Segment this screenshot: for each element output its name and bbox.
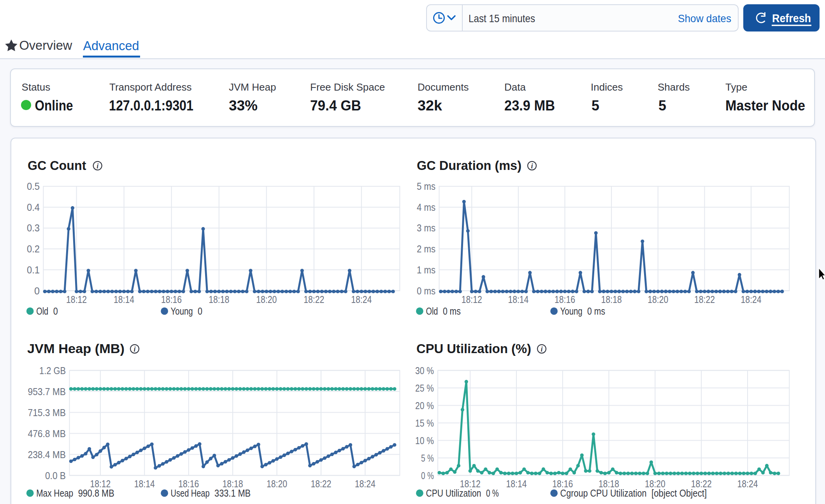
svg-text:GC Count: GC Count <box>28 158 86 173</box>
svg-text:715.3 MB: 715.3 MB <box>28 407 66 418</box>
svg-text:JVM Heap: JVM Heap <box>229 81 276 93</box>
svg-text:0: 0 <box>198 305 202 317</box>
svg-text:3 ms: 3 ms <box>417 222 435 234</box>
svg-text:333.1 MB: 333.1 MB <box>214 487 251 499</box>
svg-text:18:16: 18:16 <box>161 294 182 305</box>
svg-text:Young: Young <box>560 305 583 317</box>
svg-text:0.5: 0.5 <box>27 180 40 192</box>
svg-text:0 %: 0 % <box>486 487 499 499</box>
svg-text:476.8 MB: 476.8 MB <box>28 428 66 439</box>
svg-text:Shards: Shards <box>658 81 690 93</box>
svg-text:18:22: 18:22 <box>311 478 331 490</box>
svg-text:0.2: 0.2 <box>27 243 40 255</box>
svg-text:GC Duration (ms): GC Duration (ms) <box>417 158 521 173</box>
svg-text:953.7 MB: 953.7 MB <box>28 386 66 397</box>
svg-text:18:22: 18:22 <box>694 294 715 305</box>
svg-text:127.0.0.1:9301: 127.0.0.1:9301 <box>109 98 193 114</box>
svg-text:18:14: 18:14 <box>114 294 134 305</box>
svg-text:Status: Status <box>22 81 51 93</box>
svg-text:Overview: Overview <box>19 38 72 52</box>
svg-text:0 ms: 0 ms <box>443 305 461 317</box>
svg-text:Master Node: Master Node <box>725 98 805 114</box>
svg-text:Online: Online <box>35 98 73 114</box>
svg-text:Old: Old <box>36 305 48 317</box>
svg-text:Last 15 minutes: Last 15 minutes <box>469 12 535 24</box>
svg-text:Show dates: Show dates <box>678 12 731 24</box>
svg-text:20 %: 20 % <box>415 400 434 411</box>
svg-text:10 %: 10 % <box>415 435 434 446</box>
svg-text:18:18: 18:18 <box>209 294 229 305</box>
svg-text:4 ms: 4 ms <box>417 201 435 213</box>
svg-text:i: i <box>531 162 533 170</box>
svg-text:18:20: 18:20 <box>648 294 668 305</box>
svg-text:0.3: 0.3 <box>27 222 40 234</box>
svg-text:238.4 MB: 238.4 MB <box>28 449 66 460</box>
svg-text:2 ms: 2 ms <box>417 243 435 255</box>
svg-text:Transport Address: Transport Address <box>109 81 191 93</box>
svg-text:18:24: 18:24 <box>741 294 762 305</box>
svg-text:18:18: 18:18 <box>601 294 622 305</box>
svg-text:15 %: 15 % <box>415 417 434 429</box>
svg-text:0 ms: 0 ms <box>587 305 605 317</box>
svg-text:18:12: 18:12 <box>462 294 482 305</box>
svg-text:0: 0 <box>34 285 40 297</box>
svg-text:18:24: 18:24 <box>351 294 372 305</box>
svg-text:i: i <box>541 345 542 353</box>
svg-text:18:24: 18:24 <box>355 478 376 490</box>
svg-text:5 %: 5 % <box>421 452 434 464</box>
svg-text:30 %: 30 % <box>415 365 434 376</box>
svg-text:Documents: Documents <box>418 81 469 93</box>
svg-text:0.1: 0.1 <box>27 264 40 276</box>
svg-text:18:24: 18:24 <box>737 478 758 490</box>
svg-text:Data: Data <box>504 81 526 93</box>
svg-text:Advanced: Advanced <box>83 38 139 53</box>
svg-text:CPU Utilization (%): CPU Utilization (%) <box>416 341 531 356</box>
svg-text:Young: Young <box>171 305 193 317</box>
svg-text:79.4 GB: 79.4 GB <box>310 98 361 114</box>
svg-text:Cgroup CPU Utilization: Cgroup CPU Utilization <box>560 487 647 499</box>
svg-text:Old: Old <box>426 305 438 317</box>
svg-text:0.0 B: 0.0 B <box>45 470 66 481</box>
svg-text:Free Disk Space: Free Disk Space <box>310 81 385 93</box>
svg-text:i: i <box>97 162 98 170</box>
svg-text:0 %: 0 % <box>421 470 434 481</box>
svg-text:33%: 33% <box>229 98 258 114</box>
svg-text:18:14: 18:14 <box>134 478 155 490</box>
svg-text:1.2 GB: 1.2 GB <box>39 365 66 376</box>
svg-text:18:14: 18:14 <box>508 294 528 305</box>
svg-text:990.8 MB: 990.8 MB <box>78 487 114 499</box>
svg-text:18:16: 18:16 <box>555 294 575 305</box>
svg-text:Indices: Indices <box>591 81 623 93</box>
svg-text:18:22: 18:22 <box>304 294 324 305</box>
svg-text:0 ms: 0 ms <box>417 285 435 297</box>
svg-text:5 ms: 5 ms <box>417 180 435 192</box>
svg-text:[object Object]: [object Object] <box>651 487 707 499</box>
svg-text:i: i <box>133 345 135 353</box>
svg-text:Max Heap: Max Heap <box>36 487 73 499</box>
svg-text:Type: Type <box>725 81 747 93</box>
svg-text:23.9 MB: 23.9 MB <box>504 98 555 114</box>
svg-text:0.4: 0.4 <box>27 201 40 213</box>
svg-text:1 ms: 1 ms <box>417 264 435 276</box>
svg-text:18:20: 18:20 <box>256 294 277 305</box>
svg-text:18:12: 18:12 <box>66 294 87 305</box>
svg-text:18:20: 18:20 <box>267 478 287 490</box>
svg-text:Used Heap: Used Heap <box>171 487 210 499</box>
svg-text:CPU Utilization: CPU Utilization <box>426 487 481 499</box>
svg-text:0: 0 <box>53 305 58 317</box>
svg-text:32k: 32k <box>418 98 442 114</box>
svg-text:5: 5 <box>592 98 599 114</box>
svg-text:Refresh: Refresh <box>772 12 811 24</box>
svg-text:18:14: 18:14 <box>506 478 527 490</box>
svg-text:5: 5 <box>658 98 666 114</box>
svg-text:JVM Heap (MB): JVM Heap (MB) <box>27 341 125 356</box>
svg-text:25 %: 25 % <box>415 382 434 394</box>
